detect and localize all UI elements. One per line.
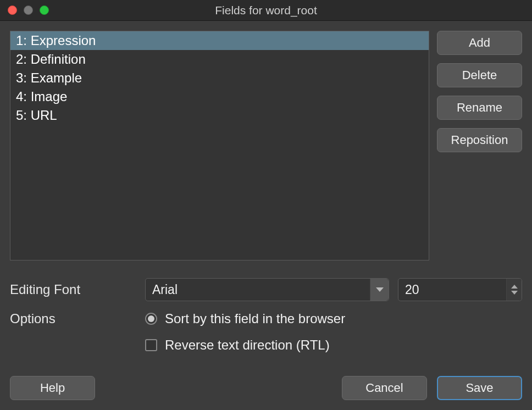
rtl-option-row: Reverse text direction (RTL) <box>145 337 345 353</box>
form-area: Editing Font Arial 20 Options Sor <box>10 278 522 363</box>
side-buttons: Add Delete Rename Reposition <box>437 31 522 266</box>
close-window-button[interactable] <box>8 5 17 15</box>
zoom-window-button[interactable] <box>40 5 49 15</box>
reposition-button[interactable]: Reposition <box>437 128 522 152</box>
cancel-button[interactable]: Cancel <box>342 376 427 400</box>
field-list[interactable]: 1: Expression2: Definition3: Example4: I… <box>10 31 429 261</box>
delete-button[interactable]: Delete <box>437 63 522 87</box>
editing-font-label: Editing Font <box>10 282 145 297</box>
rtl-label: Reverse text direction (RTL) <box>165 337 330 353</box>
font-name-value: Arial <box>146 282 370 297</box>
field-item[interactable]: 5: URL <box>10 106 429 125</box>
chevron-down-icon <box>376 287 384 292</box>
add-button[interactable]: Add <box>437 31 522 55</box>
rtl-checkbox[interactable] <box>145 339 157 351</box>
arrow-down-icon[interactable] <box>511 291 518 295</box>
bottom-row: Help Cancel Save <box>10 376 522 400</box>
spin-arrows <box>506 279 522 301</box>
font-name-combo[interactable]: Arial <box>145 278 389 301</box>
rename-button[interactable]: Rename <box>437 96 522 120</box>
sort-label: Sort by this field in the browser <box>165 311 345 326</box>
field-item[interactable]: 2: Definition <box>10 50 429 69</box>
traffic-lights <box>8 5 49 15</box>
options-label: Options <box>10 311 145 326</box>
font-size-spinbox[interactable]: 20 <box>398 278 522 301</box>
window-title: Fields for word_root <box>0 4 532 17</box>
font-size-value: 20 <box>398 282 506 297</box>
minimize-window-button[interactable] <box>24 5 33 15</box>
options-group: Sort by this field in the browser Revers… <box>145 311 345 353</box>
field-item[interactable]: 1: Expression <box>10 31 429 50</box>
font-combo-arrow[interactable] <box>370 279 389 301</box>
top-row: 1: Expression2: Definition3: Example4: I… <box>10 31 522 266</box>
titlebar: Fields for word_root <box>0 0 532 21</box>
options-row: Options Sort by this field in the browse… <box>10 311 522 353</box>
sort-option-row: Sort by this field in the browser <box>145 311 345 326</box>
editing-font-row: Editing Font Arial 20 <box>10 278 522 301</box>
save-button[interactable]: Save <box>437 376 522 400</box>
help-button[interactable]: Help <box>10 376 95 400</box>
field-item[interactable]: 3: Example <box>10 69 429 87</box>
arrow-up-icon[interactable] <box>511 285 518 289</box>
sort-radio[interactable] <box>145 313 157 325</box>
field-item[interactable]: 4: Image <box>10 87 429 106</box>
content-area: 1: Expression2: Definition3: Example4: I… <box>0 21 532 410</box>
